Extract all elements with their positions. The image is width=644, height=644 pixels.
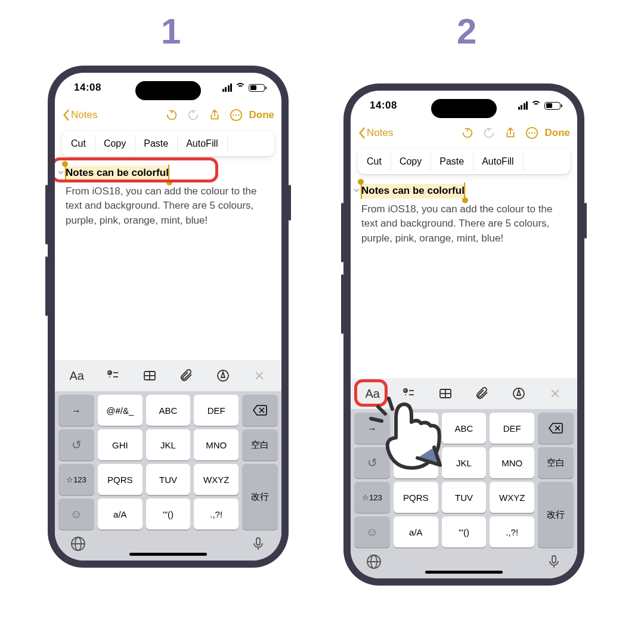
home-indicator[interactable] (425, 571, 503, 574)
key-tuv[interactable]: TUV (442, 482, 487, 513)
redo-button[interactable] (182, 109, 204, 122)
context-menu: Cut Copy Paste AutoFill (358, 149, 570, 174)
note-body-text[interactable]: From iOS18, you can add the colour to th… (66, 184, 271, 228)
key-def[interactable]: DEF (194, 395, 239, 426)
undo-button[interactable] (457, 126, 478, 140)
context-menu: Cut Copy Paste AutoFill (62, 131, 274, 156)
key-abc[interactable]: ABC (442, 413, 487, 444)
autofill-menu-item[interactable]: AutoFill (473, 149, 522, 174)
cut-menu-item[interactable]: Cut (62, 131, 95, 156)
svg-point-2 (235, 114, 236, 116)
redo-button[interactable] (478, 126, 500, 140)
fold-chevron-icon[interactable] (353, 184, 360, 199)
back-button[interactable]: Notes (62, 109, 97, 121)
key-enter[interactable]: 改行 (538, 482, 574, 547)
svg-line-42 (371, 419, 382, 421)
key-jkl[interactable]: JKL (146, 429, 191, 460)
key-symbols[interactable]: @#/&_ (98, 395, 143, 426)
key-star123[interactable]: ☆123 (58, 464, 94, 495)
key-emoji[interactable]: ☺ (58, 499, 94, 530)
svg-line-40 (378, 407, 385, 414)
format-text-button[interactable]: Aa (58, 369, 95, 383)
paste-menu-item[interactable]: Paste (135, 131, 177, 156)
home-indicator[interactable] (129, 553, 207, 556)
key-ghi[interactable]: GHI (98, 429, 143, 460)
key-pqrs[interactable]: PQRS (394, 482, 438, 513)
key-space[interactable]: 空白 (242, 429, 278, 460)
svg-point-22 (531, 132, 532, 134)
copy-menu-item[interactable]: Copy (391, 149, 431, 174)
highlight-title (55, 157, 218, 182)
svg-point-7 (109, 376, 110, 377)
close-toolbar-button[interactable] (242, 369, 278, 383)
key-wxyz[interactable]: WXYZ (490, 482, 534, 513)
menu-more-icon[interactable] (523, 149, 541, 174)
key-quotes[interactable]: '"() (146, 499, 191, 530)
note-body-area[interactable]: Notes can be colorful From iOS18, you ca… (351, 179, 577, 378)
share-button[interactable] (500, 126, 521, 140)
wifi-icon (235, 83, 246, 92)
note-body-area[interactable]: Notes can be colorful From iOS18, you ca… (55, 161, 281, 360)
status-time: 14:08 (370, 100, 397, 112)
key-pqrs[interactable]: PQRS (98, 464, 143, 495)
draw-button[interactable] (205, 369, 241, 383)
key-shift[interactable]: a/A (98, 499, 143, 530)
globe-icon[interactable] (366, 554, 382, 572)
key-emoji[interactable]: ☺ (354, 516, 390, 547)
key-punct[interactable]: .,?! (194, 499, 239, 530)
share-button[interactable] (204, 109, 225, 122)
undo-button[interactable] (161, 109, 182, 122)
signal-icon (518, 101, 528, 110)
phone-frame-2: 14:08 Notes Done Cut Copy Paste AutoFill (343, 83, 584, 586)
dynamic-island (431, 99, 497, 118)
svg-rect-39 (552, 556, 556, 563)
selection-handle-end[interactable] (462, 197, 468, 203)
copy-menu-item[interactable]: Copy (95, 131, 135, 156)
table-button[interactable] (132, 369, 168, 383)
attach-button[interactable] (464, 386, 500, 401)
paste-menu-item[interactable]: Paste (431, 149, 473, 174)
key-backspace[interactable] (242, 395, 278, 426)
key-abc[interactable]: ABC (146, 395, 191, 426)
key-star123[interactable]: ☆123 (354, 482, 390, 513)
key-undo[interactable]: ↺ (58, 429, 94, 460)
note-body-text[interactable]: From iOS18, you can add the colour to th… (361, 202, 566, 246)
key-tuv[interactable]: TUV (146, 464, 191, 495)
key-wxyz[interactable]: WXYZ (194, 464, 239, 495)
done-button[interactable]: Done (249, 109, 275, 121)
cut-menu-item[interactable]: Cut (358, 149, 391, 174)
svg-point-1 (233, 114, 234, 116)
more-button[interactable] (225, 109, 247, 122)
key-space[interactable]: 空白 (538, 447, 574, 478)
mic-icon[interactable] (250, 536, 266, 554)
key-enter[interactable]: 改行 (242, 464, 278, 530)
globe-icon[interactable] (70, 536, 86, 554)
attach-button[interactable] (168, 369, 205, 383)
key-quotes[interactable]: '"() (442, 516, 487, 547)
draw-button[interactable] (500, 386, 537, 401)
status-time: 14:08 (74, 82, 101, 94)
step-number-2: 2 (457, 11, 476, 52)
key-mno[interactable]: MNO (490, 447, 534, 478)
done-button[interactable]: Done (545, 127, 571, 139)
key-shift[interactable]: a/A (394, 516, 438, 547)
svg-rect-19 (256, 538, 260, 545)
close-toolbar-button[interactable] (537, 386, 574, 401)
key-backspace[interactable] (538, 413, 574, 444)
back-button[interactable]: Notes (358, 127, 393, 139)
back-label: Notes (71, 109, 97, 121)
key-def[interactable]: DEF (490, 413, 534, 444)
checklist-button[interactable] (95, 369, 131, 383)
signal-icon (222, 83, 233, 92)
key-arrow[interactable]: → (58, 395, 94, 426)
menu-more-icon[interactable] (227, 131, 245, 156)
autofill-menu-item[interactable]: AutoFill (177, 131, 227, 156)
key-mno[interactable]: MNO (194, 429, 239, 460)
mic-icon[interactable] (546, 554, 562, 572)
svg-point-21 (528, 132, 530, 134)
key-punct[interactable]: .,?! (490, 516, 534, 547)
nav-bar: Notes Done (55, 103, 281, 128)
note-title[interactable]: Notes can be colorful (361, 185, 465, 196)
more-button[interactable] (521, 126, 543, 140)
key-jkl[interactable]: JKL (442, 447, 487, 478)
